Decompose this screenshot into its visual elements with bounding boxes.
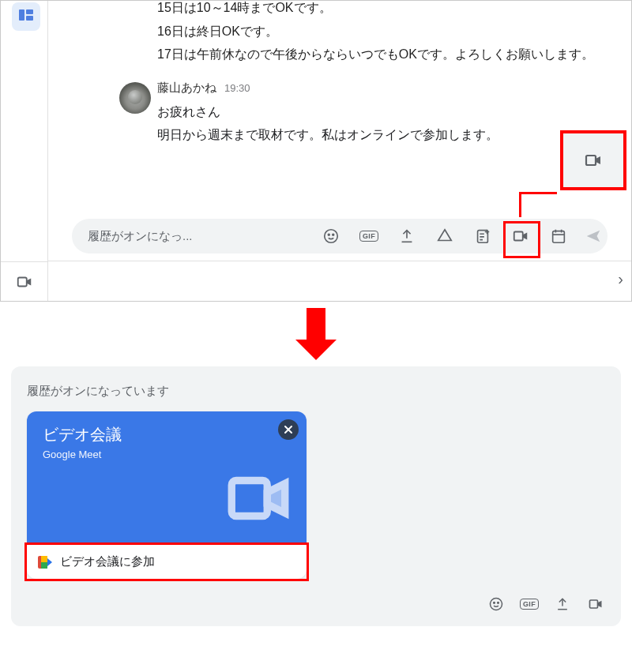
doc-plus-icon[interactable] (473, 227, 492, 246)
upload-icon[interactable] (553, 595, 572, 614)
meet-card-subtitle: Google Meet (43, 449, 291, 460)
gif-icon[interactable]: GIF (520, 595, 539, 614)
svg-rect-8 (231, 481, 267, 516)
compose-action-row: GIF (27, 595, 605, 614)
chat-window: 15日は10～14時までOKです。 16日は終日OKです。 17日は午前休なので… (0, 0, 632, 302)
meet-card-wrapper: ビデオ会議 Google Meet ビデオ会議に参加 (27, 411, 307, 579)
svg-rect-7 (553, 231, 565, 243)
drive-icon[interactable] (435, 227, 454, 246)
previous-message: 15日は10～14時までOKです。 16日は終日OKです。 17日は午前休なので… (157, 0, 615, 66)
meet-card-title: ビデオ会議 (43, 424, 291, 445)
compose-expanded: 履歴がオンになっています ビデオ会議 Google Meet ビデオ会議に参加 (11, 366, 621, 626)
join-label: ビデオ会議に参加 (60, 554, 155, 569)
message-line: 明日から週末まで取材です。私はオンラインで参加します。 (157, 123, 600, 147)
emoji-icon[interactable] (487, 595, 506, 614)
google-meet-logo-icon (38, 556, 52, 569)
message-item: 藤山あかね 19:30 お疲れさん 明日から週末まで取材です。私はオンラインで参… (119, 81, 615, 147)
svg-point-11 (498, 603, 499, 604)
meet-card-header: ビデオ会議 Google Meet (27, 411, 307, 542)
calendar-icon[interactable] (549, 227, 568, 246)
highlight-box (503, 221, 540, 258)
message-line: 17日は午前休なので午後からならいつでもOKです。よろしくお願いします。 (157, 43, 615, 66)
svg-point-2 (325, 230, 338, 243)
svg-point-3 (328, 234, 329, 235)
expand-chevron-icon[interactable]: › (618, 270, 623, 288)
svg-point-10 (494, 603, 495, 604)
history-status: 履歴がオンになっています (27, 384, 605, 399)
video-meeting-card: ビデオ会議 Google Meet ビデオ会議に参加 (27, 411, 307, 579)
video-icon (223, 463, 294, 536)
svg-point-9 (491, 599, 502, 610)
annotation-connector (519, 192, 557, 194)
chat-area: 15日は10～14時までOKです。 16日は終日OKです。 17日は午前休なので… (48, 1, 631, 301)
video-meeting-button[interactable] (586, 595, 605, 614)
svg-rect-1 (586, 156, 596, 165)
message-line: お疲れさん (157, 100, 600, 124)
video-meeting-callout (560, 130, 626, 190)
meet-icon (15, 272, 34, 291)
video-icon (584, 151, 603, 170)
meet-tab[interactable] (1, 261, 48, 301)
message-line: 15日は10～14時までOKです。 (157, 0, 615, 20)
grid-icon (19, 9, 33, 24)
arrow-down-icon (295, 308, 337, 360)
message-author: 藤山あかね (157, 81, 216, 96)
compose-input[interactable]: 履歴がオンになっ... (88, 229, 322, 244)
message-line: 16日は終日OKです。 (157, 20, 615, 43)
left-rail (1, 1, 48, 301)
spaces-tab-icon[interactable] (12, 2, 40, 31)
avatar[interactable] (119, 82, 151, 114)
join-meeting-button[interactable]: ビデオ会議に参加 (27, 542, 307, 579)
send-button[interactable] (584, 227, 603, 246)
emoji-icon[interactable] (322, 227, 340, 246)
message-timestamp: 19:30 (224, 82, 250, 94)
gif-icon[interactable]: GIF (359, 227, 378, 246)
svg-point-4 (333, 234, 334, 235)
divider (48, 261, 631, 261)
svg-rect-12 (590, 600, 598, 608)
annotation-connector (519, 192, 521, 217)
upload-icon[interactable] (397, 227, 416, 246)
svg-rect-0 (18, 277, 27, 286)
close-button[interactable] (278, 419, 299, 440)
